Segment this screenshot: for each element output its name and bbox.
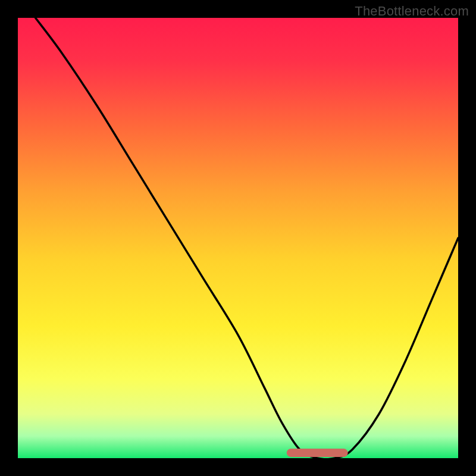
curve-line — [36, 18, 458, 458]
chart-area — [18, 18, 458, 458]
watermark-text: TheBottleneck.com — [355, 4, 469, 19]
bottleneck-curve — [18, 18, 458, 458]
